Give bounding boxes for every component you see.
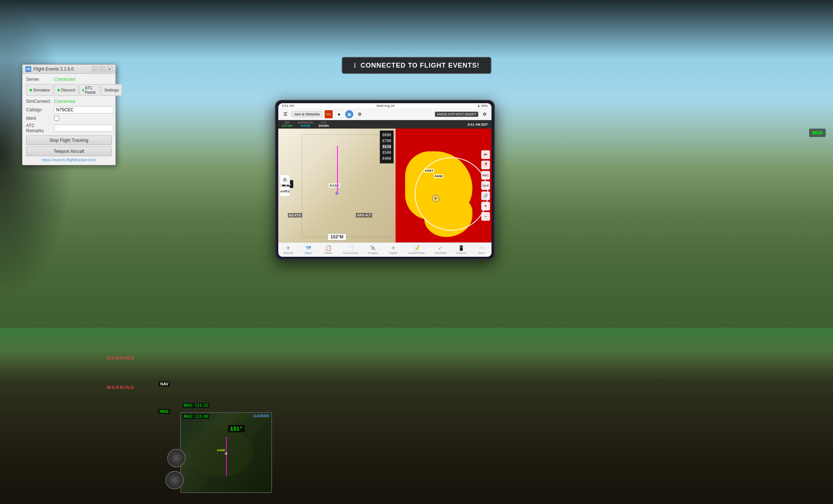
checklist-label: Checklist (435, 251, 446, 255)
tab-devices[interactable]: 📱 Devices (454, 244, 469, 255)
atcradar-dot (82, 89, 84, 91)
tab-discord[interactable]: Discord (54, 84, 78, 96)
ipad-statusbar: 9:51 AM Wed Aug 26 ▲ 49% (278, 103, 491, 109)
ident-checkbox[interactable] (54, 116, 59, 121)
tab-documents[interactable]: 📄 Documents (341, 244, 360, 255)
pin-button[interactable]: 📍 (481, 161, 490, 169)
mfd-course-line (226, 437, 227, 476)
flight-info-bar: DIST 3.8 nm ACTIVE LEG KASE ETC 2m16s 8:… (278, 120, 491, 129)
tab-settings-label: Settings (104, 88, 119, 92)
close-button[interactable]: ✕ (107, 66, 112, 72)
ipad-right-sidebar: ✏ 📍 REC 00:00 🔗 + − (480, 149, 491, 222)
tab-imagery[interactable]: 🛰 Imagery (365, 244, 380, 255)
nav-knob-2[interactable] (167, 449, 186, 467)
flights-icon: ✈ (391, 245, 396, 251)
app-body: Server Connected Simulator Discord ATC R… (22, 74, 115, 165)
record-button[interactable]: REC (481, 171, 490, 180)
fpl-icon[interactable]: FPL (325, 110, 333, 118)
map-content[interactable]: 8800 8700 8630 8500 8400 94 KASE 152°M G… (278, 129, 491, 242)
notification-icon: ℹ (354, 61, 356, 69)
hdg-indicator: HDG (158, 409, 170, 414)
flighttracker-link[interactable]: https://events.flighttracker.tech (26, 158, 112, 162)
tab-plates[interactable]: 📋 Plates (321, 244, 336, 255)
dist-label: DIST (284, 121, 290, 124)
ipad-date: Wed Aug 26 (376, 104, 394, 108)
ahrs-button[interactable]: AHRS (280, 186, 290, 197)
alt-8800: 8800 (382, 132, 391, 138)
zoom-out-button[interactable]: − (481, 212, 490, 221)
server-label: Server (26, 77, 52, 82)
warning-text-1: WARNING (107, 355, 135, 361)
maximize-button[interactable]: □ (99, 66, 105, 72)
cockpit-bottom-overlay (0, 350, 833, 504)
nav2-freq-number: 113.90 (195, 414, 208, 418)
etc-label: ETC (321, 121, 326, 124)
more-label: More (478, 251, 485, 255)
tab-airports[interactable]: ✈ Airports (281, 244, 296, 255)
simconnect-row: SimConnect Connected (26, 99, 112, 104)
callsign-label: Callsign (26, 107, 52, 112)
gs-kts-label: GS KTS (288, 213, 303, 217)
devices-label: Devices (456, 251, 466, 255)
callsign-input[interactable] (54, 106, 114, 114)
server-row: Server Connected (26, 77, 112, 82)
documents-icon: 📄 (347, 245, 354, 251)
active-mode-icon[interactable]: ◉ (345, 110, 353, 118)
flights-label: Flights (389, 251, 398, 255)
atc-remarks-input[interactable] (54, 125, 114, 132)
tab-simulator[interactable]: Simulator (26, 84, 53, 96)
minimize-button[interactable]: — (92, 66, 98, 72)
expand-map-button[interactable]: ⊞ (280, 174, 290, 185)
map-type-button[interactable]: Aero & Obstacles (292, 111, 322, 117)
nav1-freq-number: 113.15 (195, 403, 208, 407)
garmin-logo: GARMIN (253, 414, 269, 418)
tabs-bar: Simulator Discord ATC Radar Settings (26, 84, 112, 96)
nav2-freq-value: NAV2 (184, 414, 195, 418)
altitude-tape: 8800 8700 8630 8500 8400 (380, 130, 394, 163)
tab-maps[interactable]: 🗺 Maps (301, 244, 316, 255)
dist-info: DIST 3.8 nm (282, 121, 293, 127)
link-button[interactable]: 🔗 (481, 191, 490, 200)
nav-knob-1[interactable] (165, 471, 184, 489)
battery-level: 49% (481, 104, 488, 108)
tab-atc-radar[interactable]: ATC Radar (79, 84, 100, 96)
alt-8630: 8630 (382, 144, 391, 150)
teleport-aircraft-button[interactable]: Teleport Aircraft (26, 147, 112, 156)
tab-more[interactable]: ⋯ More (474, 244, 489, 255)
pencil-button[interactable]: ✏ (481, 150, 490, 159)
tab-scratchpads[interactable]: 📝 ScratchPads (406, 244, 427, 255)
kase-atc-label: KASE (434, 174, 443, 178)
aircraft-symbol-left: ✈ (335, 190, 339, 197)
app-title: Flight Events 2.1.5.0 (33, 66, 90, 72)
app-icon: FE (25, 66, 31, 72)
maps-icon: 🗺 (306, 245, 311, 251)
settings-icon[interactable]: ⚙ (355, 110, 364, 118)
mfd-map-background: KASE ✈ (181, 413, 271, 492)
heading-readout: 152°M (327, 233, 347, 241)
more-icon: ⋯ (479, 245, 484, 251)
mfd-display: GARMIN G1000 KASE ✈ (180, 412, 272, 493)
course-line (337, 146, 338, 191)
route-settings-icon[interactable]: ⚙ (480, 110, 489, 118)
menu-icon[interactable]: ☰ (281, 110, 289, 118)
atc-boundary-circle (415, 157, 488, 231)
simconnect-label: SimConnect (26, 99, 52, 104)
devices-icon: 📱 (458, 245, 464, 251)
discord-dot (57, 89, 60, 91)
active-leg-label: ACTIVE LEG (298, 121, 313, 124)
active-leg-info: ACTIVE LEG KASE (298, 121, 313, 127)
stop-tracking-button[interactable]: Stop Flight Tracking (26, 136, 112, 145)
kasy-label: KASY (424, 169, 434, 173)
wifi-icon: ▲ (477, 104, 480, 108)
checklist-icon: ✓ (438, 245, 443, 251)
zoom-in-button[interactable]: + (481, 202, 490, 210)
active-leg-label-text: ACTIVE LEG (298, 121, 313, 124)
timer-button[interactable]: 00:00 (481, 181, 490, 190)
tab-checklist[interactable]: ✓ Checklist (432, 244, 448, 255)
map-left-buttons: ⊞ AHRS (280, 174, 290, 197)
mfd-aircraft: ✈ (224, 451, 228, 456)
layers-icon[interactable]: ● (335, 110, 343, 118)
tab-settings[interactable]: Settings (101, 84, 122, 96)
dist-value: 3.8 nm (282, 124, 293, 127)
tab-flights[interactable]: ✈ Flights (386, 244, 401, 255)
